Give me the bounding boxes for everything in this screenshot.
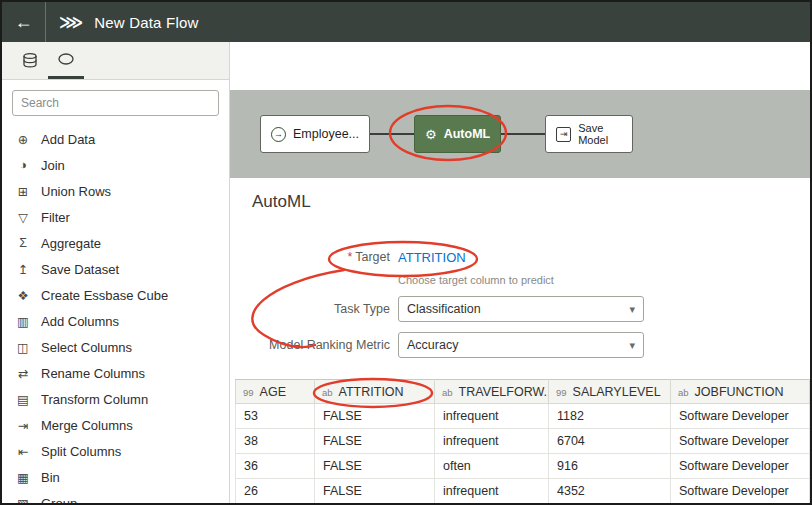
back-arrow-icon: ← (15, 12, 33, 33)
cell: 1182 (549, 404, 671, 429)
sidebar-item-split-columns[interactable]: ⇤Split Columns (2, 438, 229, 464)
bin-icon: ▦ (15, 470, 31, 485)
table-row: 26 FALSE infrequent 4352 Software Develo… (236, 479, 810, 504)
chevron-down-icon: ▾ (629, 303, 635, 316)
cell: FALSE (315, 429, 435, 454)
node-label: Employee... (293, 127, 359, 141)
task-type-row: Task Type Classification ▾ (252, 296, 810, 322)
column-header-age[interactable]: 99AGE (236, 380, 315, 404)
union-rows-icon: ⊞ (15, 184, 31, 199)
sidebar-item-label: Merge Columns (41, 418, 133, 433)
sidebar-item-rename-columns[interactable]: ⇄Rename Columns (2, 360, 229, 386)
aggregate-icon: Σ (15, 236, 31, 250)
automl-step-panel: AutoML *Target ATTRITION Choose target c… (230, 178, 810, 379)
split-columns-icon: ⇤ (15, 444, 31, 459)
cell: 916 (549, 454, 671, 479)
required-asterisk: * (347, 250, 352, 264)
node-automl[interactable]: ⚙ AutoML (414, 115, 501, 153)
column-header-travelforwork[interactable]: abTRAVELFORW... (435, 380, 549, 404)
page-title: New Data Flow (94, 14, 198, 31)
select-columns-icon: ◫ (15, 340, 31, 355)
model-ranking-metric-select[interactable]: Accuracy ▾ (398, 332, 644, 358)
sidebar-item-label: Add Columns (41, 314, 119, 329)
target-row: *Target ATTRITION (252, 244, 810, 270)
column-header-salarylevel[interactable]: 99SALARYLEVEL (549, 380, 671, 404)
sidebar-item-label: Add Data (41, 132, 95, 147)
text-type-icon: ab (678, 387, 689, 398)
header-bar: ← ⋙ New Data Flow (2, 2, 810, 42)
sidebar-item-label: Save Dataset (41, 262, 119, 277)
node-label: Save Model (578, 122, 622, 146)
sidebar-item-filter[interactable]: ▽Filter (2, 204, 229, 230)
target-help-text: Choose target column to predict (398, 274, 810, 286)
step-list: ⊕Add Data ◑Join ⊞Union Rows ▽Filter ΣAgg… (2, 126, 229, 503)
tab-flow-steps[interactable] (48, 42, 84, 79)
table-row: 38 FALSE infrequent 6704 Software Develo… (236, 429, 810, 454)
database-icon (21, 52, 39, 69)
cell: Software Developer (671, 454, 810, 479)
sidebar-item-merge-columns[interactable]: ⇥Merge Columns (2, 412, 229, 438)
main-area: → Employee... ⚙ AutoML ⇥ Save Model Auto… (230, 42, 810, 503)
join-icon: ◑ (15, 158, 31, 172)
node-save-model[interactable]: ⇥ Save Model (545, 115, 633, 153)
sidebar-item-label: Group (41, 496, 77, 504)
chevron-down-icon: ▾ (629, 339, 635, 352)
sidebar-item-label: Select Columns (41, 340, 132, 355)
text-type-icon: ab (442, 387, 453, 398)
task-type-select[interactable]: Classification ▾ (398, 296, 644, 322)
table-row: 36 FALSE often 916 Software Developer (236, 454, 810, 479)
table-row: 53 FALSE infrequent 1182 Software Develo… (236, 404, 810, 429)
automl-icon: ⚙ (425, 127, 437, 142)
app-window: ← ⋙ New Data Flow (0, 0, 812, 505)
cell: 4352 (549, 479, 671, 504)
target-column-value[interactable]: ATTRITION (398, 250, 466, 265)
text-type-icon: ab (322, 387, 333, 398)
sidebar-item-label: Join (41, 158, 65, 173)
sidebar-item-add-data[interactable]: ⊕Add Data (2, 126, 229, 152)
sidebar-item-label: Split Columns (41, 444, 121, 459)
step-node-icon (57, 52, 75, 66)
task-type-label: Task Type (252, 302, 390, 316)
back-button[interactable]: ← (2, 2, 46, 42)
sidebar-item-create-essbase-cube[interactable]: ❖Create Essbase Cube (2, 282, 229, 308)
sidebar-item-aggregate[interactable]: ΣAggregate (2, 230, 229, 256)
dataset-icon: → (271, 127, 286, 142)
sidebar-item-union-rows[interactable]: ⊞Union Rows (2, 178, 229, 204)
transform-column-icon: ▤ (15, 392, 31, 407)
node-employee-dataset[interactable]: → Employee... (260, 115, 370, 153)
model-ranking-metric-value: Accuracy (407, 338, 458, 352)
cell: FALSE (315, 454, 435, 479)
cell: 26 (236, 479, 315, 504)
sidebar-item-add-columns[interactable]: ▥Add Columns (2, 308, 229, 334)
sidebar-item-join[interactable]: ◑Join (2, 152, 229, 178)
sidebar-item-transform-column[interactable]: ▤Transform Column (2, 386, 229, 412)
target-label: *Target (252, 250, 390, 264)
data-preview-grid: 99AGE abATTRITION abTRAVELFORW... 99SALA… (235, 379, 810, 503)
add-columns-icon: ▥ (15, 314, 31, 329)
column-header-attrition[interactable]: abATTRITION (315, 380, 435, 404)
numeric-type-icon: 99 (243, 387, 254, 398)
sidebar-item-bin[interactable]: ▦Bin (2, 464, 229, 490)
essbase-cube-icon: ❖ (15, 288, 31, 303)
tab-data-sets[interactable] (12, 42, 48, 79)
numeric-type-icon: 99 (556, 387, 567, 398)
sidebar-item-label: Transform Column (41, 392, 148, 407)
sidebar-item-group[interactable]: ▧Group (2, 490, 229, 503)
sidebar-tabs (2, 42, 229, 80)
column-header-jobfunction[interactable]: abJOBFUNCTION (671, 380, 810, 404)
sidebar-item-label: Aggregate (41, 236, 101, 251)
sidebar-item-save-dataset[interactable]: ↥Save Dataset (2, 256, 229, 282)
sidebar-item-select-columns[interactable]: ◫Select Columns (2, 334, 229, 360)
search-input[interactable] (12, 90, 219, 116)
cell: 38 (236, 429, 315, 454)
cell: infrequent (435, 429, 549, 454)
flow-toolbar (230, 42, 810, 90)
model-ranking-metric-label: Model Ranking Metric (252, 338, 390, 352)
cell: Software Developer (671, 429, 810, 454)
cell: FALSE (315, 479, 435, 504)
sidebar-item-label: Bin (41, 470, 60, 485)
cell: FALSE (315, 404, 435, 429)
merge-columns-icon: ⇥ (15, 418, 31, 433)
cell: 6704 (549, 429, 671, 454)
flow-connector (501, 133, 545, 135)
